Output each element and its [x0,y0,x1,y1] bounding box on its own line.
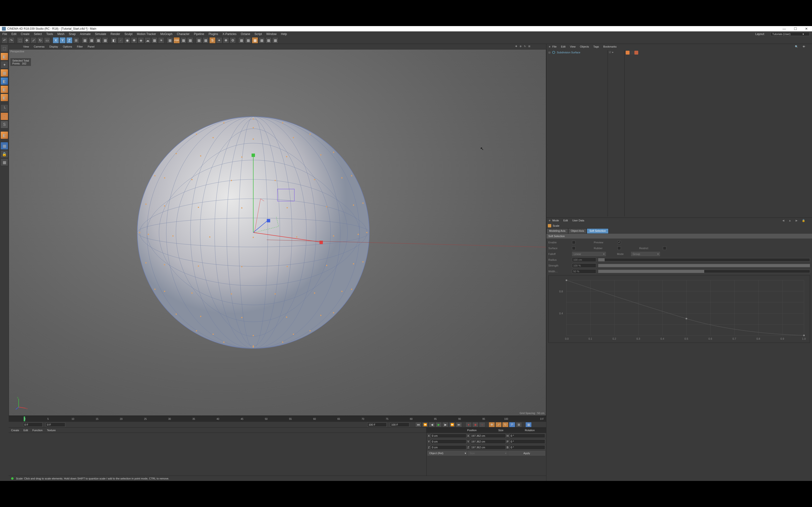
spline-primitive[interactable]: ⟋ [117,37,124,44]
menu-help[interactable]: Help [281,32,287,36]
workplane-tool-2[interactable]: ◧ [0,131,8,139]
polygon-mode-tool[interactable]: ◧ [0,94,8,101]
curve-handle-start[interactable] [566,280,567,281]
edge-mode-tool[interactable]: ◧ [0,86,8,93]
vp-pan-icon[interactable]: ✥ [515,45,519,48]
size-z-input[interactable] [470,445,506,450]
obj-menu-edit[interactable]: Edit [561,45,565,48]
goto-prev-key-button[interactable]: ⏪ [422,422,428,427]
obj-menu-tags[interactable]: Tags [593,45,599,48]
menu-edit[interactable]: Edit [11,32,16,36]
misc-tool-2[interactable]: ▦ [187,37,193,44]
mograph-tool[interactable]: ❋ [223,37,229,44]
preview-checkbox[interactable] [617,241,621,244]
strength-slider[interactable] [598,264,810,267]
rotate-tool[interactable]: ↻ [37,37,44,44]
rot-key-button[interactable]: ↻ [502,422,508,427]
current-frame-input[interactable] [46,422,65,427]
coord-mode-dropdown[interactable]: Object (Rel) ▾ [427,451,467,456]
menu-tools[interactable]: Tools [46,32,53,36]
nurbs-generator[interactable]: ◉ [124,37,131,44]
pos-z-input[interactable] [430,445,466,450]
octane-tool[interactable]: S [209,37,215,44]
range-end-input[interactable] [390,422,409,427]
tab-modeling-axis[interactable]: Modeling Axis [546,228,568,234]
mat-menu-edit[interactable]: Edit [23,429,28,432]
menu-pipeline[interactable]: Pipeline [194,32,204,36]
effector-tool[interactable]: ⚙ [230,37,236,44]
obj-visibility-editor-icon[interactable]: ☑ [609,51,611,54]
render-settings[interactable]: ▦ [95,37,101,44]
menu-snap[interactable]: Snap [69,32,75,36]
attr-nav-up-icon[interactable]: ▲ [789,219,791,222]
tab-soft-selection[interactable]: Soft Selection [587,228,609,234]
menu-character[interactable]: Character [177,32,190,36]
width-slider[interactable] [598,270,810,273]
goto-next-key-button[interactable]: ⏩ [449,422,455,427]
menu-create[interactable]: Create [21,32,30,36]
vp-menu-panel[interactable]: Panel [88,45,95,48]
expand-icon[interactable]: ⊟ [548,51,551,54]
record-button[interactable]: ● [465,422,472,427]
object-tree[interactable]: ⊟ Subdivision Surface ☑ ● [546,49,812,218]
menu-file[interactable]: File [2,32,7,36]
obj-menu-file[interactable]: File [552,45,557,48]
menu-mesh[interactable]: Mesh [57,32,64,36]
vp-toggle-icon[interactable]: ⊞ [528,45,532,48]
close-button[interactable]: ✕ [801,26,812,32]
xref-button[interactable]: ▦ [167,37,173,44]
particle-tool[interactable]: ✦ [216,37,222,44]
axis-tool[interactable]: └ [0,104,8,112]
psr-button[interactable]: PSR [173,37,180,44]
timeline-options-button[interactable]: ▦ [525,422,532,427]
attr-menu-mode[interactable]: Mode [552,219,559,222]
hair-tool[interactable]: ▦ [196,37,202,44]
width-input[interactable] [572,269,596,274]
attr-menu-edit[interactable]: Edit [563,219,568,222]
obj-eye-icon[interactable]: 👁 [803,45,805,48]
attr-menu-userdata[interactable]: User Data [572,219,585,222]
obj-search-icon[interactable]: 🔍 [795,45,798,48]
cube-primitive[interactable]: ◧ [111,37,117,44]
obj-menu-bookmarks[interactable]: Bookmarks [603,45,616,48]
param-key-button[interactable]: P [509,422,515,427]
goto-end-button[interactable]: ⏭ [456,422,462,427]
misc-tool-4[interactable]: ▦ [245,37,251,44]
scale-key-button[interactable]: ⤢ [495,422,502,427]
step-back-button[interactable]: ◀ [429,422,435,427]
y-axis-lock[interactable]: Y [59,37,66,44]
viewport[interactable]: Perspective Selected Total Points 162 [9,49,546,416]
vp-zoom-icon[interactable]: ⊕ [520,45,523,48]
attr-nav-back-icon[interactable]: ◀ [782,219,784,222]
texture-mode-tool[interactable]: ✦ [0,61,8,68]
make-editable-tool[interactable]: ⬚ [0,44,8,52]
menu-sculpt[interactable]: Sculpt [124,32,133,36]
model-mode-tool[interactable]: ◧ [0,53,8,60]
menu-plugins[interactable]: Plugins [209,32,218,36]
obj-menu-objects[interactable]: Objects [580,45,589,48]
pos-x-input[interactable] [430,434,466,438]
pos-y-input[interactable] [430,439,466,444]
z-axis-lock[interactable]: Z [66,37,72,44]
menu-mograph[interactable]: MoGraph [160,32,172,36]
radius-slider[interactable] [598,258,810,262]
render-region[interactable]: ▦ [102,37,108,44]
end-frame-input[interactable] [367,422,387,427]
render-picture-viewer[interactable]: ▦ [89,37,95,44]
point-mode-tool[interactable]: ◧ [0,77,8,85]
restrict-checkbox[interactable] [663,246,666,250]
light-object[interactable]: ☀ [158,37,164,44]
select-tool[interactable]: ⬚ [17,37,23,44]
play-button[interactable]: ▶ [436,422,442,427]
menu-motion-tracker[interactable]: Motion Tracker [137,32,156,36]
rot-p-input[interactable] [509,439,545,444]
menu-octane[interactable]: Octane [241,32,250,36]
obj-tag-1-icon[interactable] [626,51,629,55]
menu-window[interactable]: Window [266,32,277,36]
misc-tool-6[interactable]: ▦ [259,37,265,44]
menu-simulate[interactable]: Simulate [95,32,106,36]
obj-tag-2-icon[interactable] [630,51,634,55]
size-x-input[interactable] [470,434,506,438]
vp-menu-view[interactable]: View [23,45,29,48]
viewport-solo-tool[interactable]: ⬚ [0,113,8,120]
